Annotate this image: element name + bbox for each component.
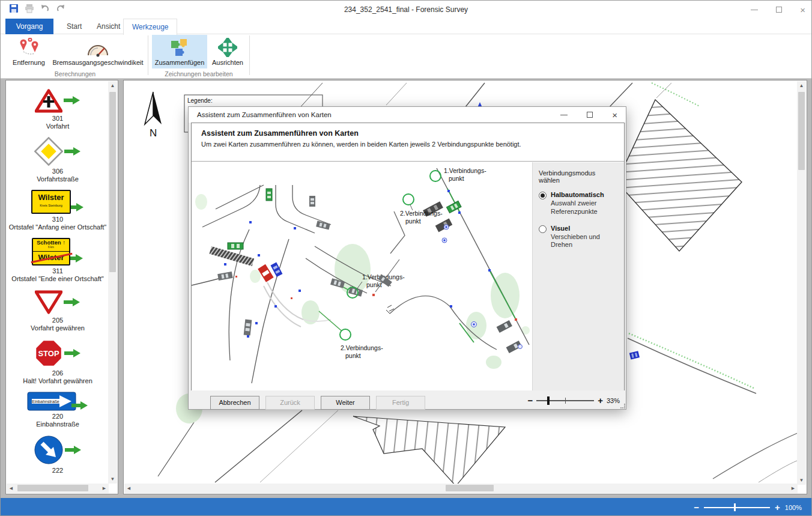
connection-label: 2.Verbindungs- bbox=[341, 344, 383, 351]
canvas-vertical-scrollbar[interactable]: ▲ ▼ bbox=[797, 81, 806, 485]
north-arrow: N bbox=[145, 92, 162, 139]
sign-label: Ortstafel "Anfang einer Ortschaft" bbox=[6, 223, 109, 231]
status-bar: − + 100% bbox=[1, 498, 812, 516]
sidebar-scroll-thumb[interactable] bbox=[109, 92, 116, 272]
radio-visuel[interactable] bbox=[539, 225, 547, 233]
statusbar-zoom-control: − + 100% bbox=[694, 498, 802, 516]
entfernung-button[interactable]: Entfernung bbox=[7, 35, 51, 66]
fertig-button[interactable]: Fertig bbox=[376, 396, 425, 410]
sign-code: 301 bbox=[6, 115, 109, 122]
right-map-connection-point-1[interactable] bbox=[430, 171, 441, 181]
north-label: N bbox=[150, 127, 157, 139]
window-title: 234_352_2541_final - Forensic Survey bbox=[1, 1, 811, 19]
sign-item-306[interactable]: 306 Vorfahrtstraße bbox=[6, 137, 109, 183]
map-merge-preview[interactable]: 1.Verbindungs- punkt 2.Verbindungs- punk… bbox=[192, 162, 532, 390]
one-way-sign-icon: Einbahnstraße bbox=[27, 392, 76, 411]
scroll-down-arrow[interactable]: ▼ bbox=[108, 475, 117, 484]
ausrichten-label: Ausrichten bbox=[208, 59, 247, 66]
sign-item-206[interactable]: STOP 206 Halt! Vorfahrt gewähren bbox=[6, 339, 109, 384]
sign-code: 311 bbox=[6, 267, 109, 275]
map-pins-icon bbox=[17, 38, 40, 57]
sign-code: 222 bbox=[6, 467, 109, 474]
dialog-minimize-button[interactable] bbox=[560, 115, 568, 115]
scroll-left-arrow[interactable]: ◀ bbox=[7, 484, 16, 493]
sign-item-220[interactable]: Einbahnstraße 220 Einbahnstraße bbox=[6, 392, 109, 428]
dialog-close-button[interactable]: × bbox=[612, 111, 617, 120]
zoom-in-icon[interactable]: + bbox=[775, 503, 780, 512]
dialog-zoom-slider[interactable] bbox=[536, 400, 594, 401]
one-way-text: Einbahnstraße bbox=[32, 399, 59, 404]
left-map-connection-point-2[interactable] bbox=[340, 329, 351, 340]
zoom-in-icon[interactable]: + bbox=[598, 396, 603, 405]
dialog-title-bar[interactable]: Assistent zum Zusammenführen von Karten … bbox=[189, 107, 626, 123]
sign-label: Halt! Vorfahrt gewähren bbox=[6, 377, 109, 384]
sign-item-222[interactable]: 222 bbox=[6, 435, 109, 474]
dialog-zoom-value: 33% bbox=[607, 397, 620, 404]
sign-item-310[interactable]: Wilster Kreis Steinburg 310 Ortstafel "A… bbox=[6, 190, 109, 231]
dialog-title: Assistent zum Zusammenführen von Karten bbox=[197, 107, 332, 123]
wizard-description: Um zwei Karten zusammenführen zu können,… bbox=[201, 141, 614, 148]
statusbar-zoom-value: 100% bbox=[785, 504, 802, 511]
close-button[interactable]: × bbox=[800, 5, 805, 14]
weiter-button[interactable]: Weiter bbox=[321, 396, 370, 410]
zurueck-button[interactable]: Zurück bbox=[265, 396, 315, 410]
town-exit-sign-icon: Schotten ↑ 6 km Wilster bbox=[32, 238, 70, 266]
hatched-diamond-building bbox=[617, 100, 742, 251]
dialog-content-box: Assistent zum Zusammenführen von Karten … bbox=[191, 123, 625, 390]
radio-halbautomatisch[interactable] bbox=[539, 192, 547, 199]
wizard-heading: Assistent zum Zusammenführen von Karten bbox=[201, 129, 614, 138]
sidebar-vertical-scrollbar[interactable]: ▲ ▼ bbox=[108, 81, 117, 484]
connection-label: 2.Verbindungs- bbox=[400, 210, 443, 217]
statusbar-zoom-slider[interactable] bbox=[704, 507, 770, 508]
connection-label: punkt bbox=[405, 217, 421, 225]
sign-item-301[interactable]: 301 Vorfahrt bbox=[6, 88, 109, 130]
tab-vorgang[interactable]: Vorgang bbox=[5, 19, 53, 34]
tab-start[interactable]: Start bbox=[58, 19, 90, 34]
sidebar-hscroll-thumb[interactable] bbox=[17, 485, 88, 491]
town-entry-sign-icon: Wilster Kreis Steinburg bbox=[31, 190, 71, 214]
zusammenfuegen-label: Zusammenfügen bbox=[153, 59, 206, 66]
right-map-connection-point-2[interactable] bbox=[403, 194, 414, 205]
title-bar: 234_352_2541_final - Forensic Survey × bbox=[1, 1, 811, 19]
maximize-button[interactable] bbox=[776, 7, 782, 13]
minimize-button[interactable] bbox=[751, 10, 758, 10]
entfernung-label: Entfernung bbox=[7, 59, 51, 66]
scroll-right-arrow[interactable]: ▶ bbox=[100, 484, 109, 493]
scroll-down-arrow[interactable]: ▼ bbox=[797, 476, 806, 485]
option-visuel[interactable]: Visuel Verschieben und Drehen bbox=[539, 225, 618, 250]
scroll-right-arrow[interactable]: ▶ bbox=[789, 484, 798, 493]
abbrechen-button[interactable]: Abbrechen bbox=[210, 396, 259, 410]
connection-label: punkt bbox=[449, 175, 464, 182]
dialog-zoom-thumb[interactable] bbox=[547, 396, 550, 405]
dialog-maximize-button[interactable] bbox=[587, 112, 593, 118]
scroll-up-arrow[interactable]: ▲ bbox=[797, 81, 806, 90]
sidebar-horizontal-scrollbar[interactable]: ◀ ▶ bbox=[7, 484, 109, 493]
ribbon: Entfernung Bremsausgangsgeschwindikeit bbox=[1, 34, 811, 79]
statusbar-zoom-thumb[interactable] bbox=[734, 503, 736, 511]
sign-code: 205 bbox=[6, 317, 109, 324]
option-description: Auswahl zweier Referenzpunkte bbox=[551, 199, 611, 216]
stop-text: STOP bbox=[38, 349, 59, 358]
zusammenfuegen-button[interactable]: Zusammenfügen bbox=[153, 35, 206, 66]
sign-item-205[interactable]: 205 Vorfahrt gewähren bbox=[6, 290, 109, 332]
dialog-resize-grip[interactable] bbox=[620, 404, 625, 408]
ausrichten-button[interactable]: Ausrichten bbox=[208, 35, 247, 66]
zoom-out-icon[interactable]: − bbox=[527, 396, 533, 405]
group-separator bbox=[148, 35, 148, 75]
bremsausgangsgeschwindikeit-button[interactable]: Bremsausgangsgeschwindikeit bbox=[52, 35, 144, 66]
sign-label: Einbahnstraße bbox=[6, 420, 109, 428]
green-arrow-icon bbox=[70, 401, 88, 410]
application-window: 234_352_2541_final - Forensic Survey × V… bbox=[0, 0, 812, 516]
option-halbautomatisch[interactable]: Halbautomatisch Auswahl zweier Referenzp… bbox=[539, 191, 618, 216]
scroll-left-arrow[interactable]: ◀ bbox=[124, 484, 133, 493]
option-label: Halbautomatisch bbox=[551, 191, 611, 198]
ribbon-tab-row: Vorgang Start Ansicht Werkzeuge bbox=[1, 19, 811, 34]
mode-panel-title: Verbindungsmodus wählen bbox=[539, 169, 618, 184]
canvas-scroll-thumb[interactable] bbox=[798, 92, 805, 170]
sign-item-311[interactable]: Schotten ↑ 6 km Wilster 311 Ortstafel "E… bbox=[6, 238, 109, 282]
dialog-header: Assistent zum Zusammenführen von Karten … bbox=[192, 123, 624, 162]
scroll-up-arrow[interactable]: ▲ bbox=[108, 81, 117, 90]
tab-werkzeuge[interactable]: Werkzeuge bbox=[123, 19, 177, 35]
zoom-out-icon[interactable]: − bbox=[694, 503, 699, 512]
sign-label: Vorfahrtstraße bbox=[6, 175, 109, 183]
